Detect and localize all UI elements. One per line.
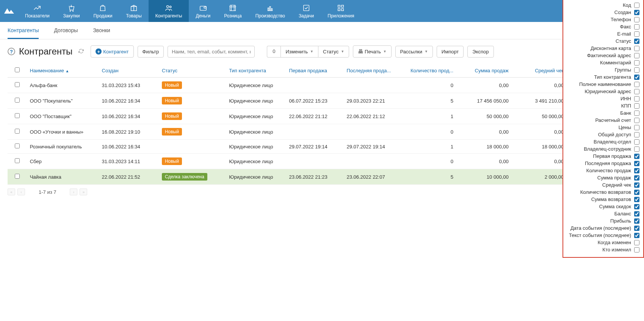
export-button[interactable]: Экспор — [467, 46, 494, 58]
column-setting-checkbox[interactable] — [634, 3, 639, 8]
column-setting-label: Владелец-отдел — [594, 139, 631, 145]
nav-cart-in[interactable]: Закупки — [56, 0, 87, 22]
cell-type: Юридическое лицо — [226, 109, 286, 124]
column-setting-checkbox[interactable] — [634, 197, 639, 199]
nav-apps[interactable]: Приложения — [321, 0, 361, 22]
col-sale-count[interactable]: Количество прод... — [401, 64, 456, 78]
column-setting-label: Количество продаж — [586, 168, 631, 173]
column-setting-checkbox[interactable] — [634, 67, 639, 73]
table-row[interactable]: Альфа-банк31.03.2023 15:43НовыйЮридическ… — [8, 78, 636, 93]
column-setting-checkbox[interactable] — [634, 46, 639, 51]
col-created[interactable]: Создан — [99, 64, 159, 78]
page-last-button[interactable]: » — [80, 189, 87, 195]
row-checkbox[interactable] — [15, 174, 20, 179]
column-setting-checkbox[interactable] — [634, 103, 639, 109]
cell-name: ООО "Поставщик" — [27, 109, 99, 124]
svg-point-4 — [169, 6, 171, 8]
column-setting-checkbox[interactable] — [634, 139, 639, 145]
column-setting-checkbox[interactable] — [634, 89, 639, 94]
col-first-sale[interactable]: Первая продажа — [286, 64, 344, 78]
column-setting-checkbox[interactable] — [634, 10, 639, 15]
tab-item[interactable]: Контрагенты — [8, 27, 39, 39]
column-setting-checkbox[interactable] — [634, 82, 639, 87]
nav-bag[interactable]: Продажи — [86, 0, 119, 22]
nav-check[interactable]: Задачи — [292, 0, 321, 22]
tab-item[interactable]: Договоры — [54, 27, 78, 39]
select-all-checkbox[interactable] — [15, 67, 20, 72]
column-setting-checkbox[interactable] — [634, 31, 639, 37]
help-icon[interactable]: ? — [8, 48, 15, 55]
table-row[interactable]: ООО "Поставщик"10.06.2022 16:34НовыйЮрид… — [8, 109, 636, 124]
cell-first-sale: 29.07.2022 19:14 — [286, 140, 344, 154]
col-name[interactable]: Наименование ▲ — [27, 64, 99, 78]
row-checkbox[interactable] — [15, 82, 20, 87]
column-setting-checkbox[interactable] — [634, 132, 639, 137]
mailing-button[interactable]: Рассылки ▼ — [395, 46, 433, 58]
cell-created: 31.03.2023 15:43 — [99, 78, 159, 93]
select-all-header[interactable] — [8, 64, 27, 78]
filter-button[interactable]: Фильтр — [138, 46, 164, 58]
table-row[interactable]: Розничный покупатель10.06.2022 16:34Юрид… — [8, 140, 636, 154]
people-icon — [165, 3, 173, 12]
refresh-icon[interactable] — [78, 48, 84, 55]
row-checkbox[interactable] — [15, 98, 20, 103]
import-button[interactable]: Импорт — [437, 46, 464, 58]
status-button[interactable]: Статус ▼ — [318, 46, 349, 58]
print-button[interactable]: 🖶 Печать ▼ — [353, 45, 392, 58]
table-row[interactable]: ООО «Уточки и ванны»16.08.2022 19:10Новы… — [8, 124, 636, 140]
cell-status: Сделка заключена — [159, 169, 226, 185]
wallet-icon — [199, 3, 207, 12]
column-setting-checkbox[interactable] — [634, 175, 639, 181]
col-sale-sum[interactable]: Сумма продаж — [456, 64, 512, 78]
add-counterparty-button[interactable]: + Контрагент — [91, 45, 133, 58]
column-setting-checkbox[interactable] — [634, 60, 639, 65]
search-input[interactable] — [168, 46, 255, 58]
column-setting-checkbox[interactable] — [634, 96, 639, 101]
column-setting-checkbox[interactable] — [634, 154, 639, 159]
column-setting-row: Общий доступ — [567, 131, 639, 138]
change-button[interactable]: Изменить ▼ — [280, 46, 318, 58]
nav-wallet[interactable]: Деньги — [189, 0, 217, 22]
row-checkbox[interactable] — [15, 158, 20, 163]
row-checkbox[interactable] — [15, 113, 20, 118]
table-row[interactable]: Чайная лавка22.06.2022 21:52Сделка заклю… — [8, 169, 636, 185]
column-setting-checkbox[interactable] — [634, 161, 639, 166]
column-setting-checkbox[interactable] — [634, 53, 639, 58]
column-setting-checkbox[interactable] — [634, 39, 639, 44]
logo[interactable] — [0, 0, 18, 22]
col-type[interactable]: Тип контрагента — [226, 64, 286, 78]
nav-factory[interactable]: Производство — [249, 0, 292, 22]
nav-chart[interactable]: Показатели — [18, 0, 56, 22]
column-setting-checkbox[interactable] — [634, 168, 639, 173]
svg-rect-9 — [304, 5, 309, 11]
tab-item[interactable]: Звонки — [93, 27, 110, 39]
column-setting-checkbox[interactable] — [634, 111, 639, 116]
bag-icon — [99, 3, 107, 12]
nav-people[interactable]: Контрагенты — [149, 0, 189, 22]
nav-store[interactable]: Розница — [217, 0, 248, 22]
column-setting-checkbox[interactable] — [634, 182, 639, 188]
col-status[interactable]: Статус — [159, 64, 226, 78]
col-last-sale[interactable]: Последняя прода... — [343, 64, 401, 78]
column-setting-checkbox[interactable] — [634, 190, 639, 195]
column-setting-checkbox[interactable] — [634, 17, 639, 22]
table-row[interactable]: ООО "Покупатель"10.06.2022 16:34НовыйЮри… — [8, 93, 636, 109]
row-checkbox[interactable] — [15, 143, 20, 148]
table-row[interactable]: Сбер31.03.2023 14:11НовыйЮридическое лиц… — [8, 154, 636, 169]
nav-box[interactable]: Товары — [119, 0, 149, 22]
nav-label: Розница — [224, 13, 241, 19]
column-setting-checkbox[interactable] — [634, 75, 639, 80]
col-avg-check[interactable]: Средний чек — [512, 64, 567, 78]
page-prev-button[interactable]: ‹ — [17, 189, 25, 195]
page-first-button[interactable]: « — [8, 189, 15, 195]
column-setting-row: Расчетный счет — [567, 117, 639, 124]
column-setting-checkbox[interactable] — [634, 118, 639, 123]
page-next-button[interactable]: › — [70, 189, 77, 195]
cell-type: Юридическое лицо — [226, 93, 286, 109]
column-setting-checkbox[interactable] — [634, 125, 639, 130]
column-setting-checkbox[interactable] — [634, 24, 639, 30]
row-checkbox[interactable] — [15, 129, 20, 134]
caret-down-icon: ▼ — [310, 50, 313, 53]
column-setting-checkbox[interactable] — [634, 146, 639, 152]
column-setting-row: Факс — [567, 23, 639, 30]
